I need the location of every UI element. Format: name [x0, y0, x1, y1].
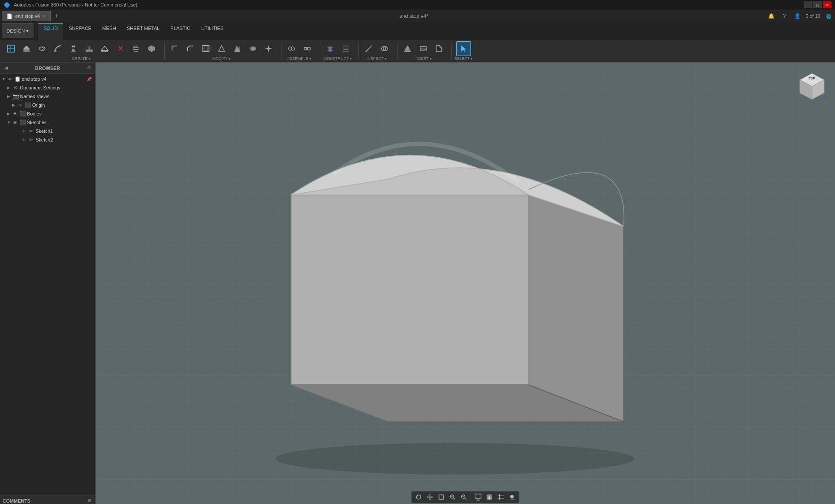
pan-tool-button[interactable] — [425, 492, 435, 502]
extrude-tool[interactable] — [19, 41, 34, 56]
eye-icon-bodies[interactable]: 👁 — [12, 111, 18, 117]
notifications-button[interactable]: 🔔 — [766, 11, 776, 21]
bodies-icon: ⬛ — [19, 110, 26, 117]
tab-surface[interactable]: SURFACE — [63, 23, 96, 40]
user-profile-button[interactable]: 👤 — [792, 11, 802, 21]
fillet-tool[interactable] — [167, 41, 182, 56]
delete-face-tool[interactable]: ✕ — [113, 41, 128, 56]
svg-marker-19 — [219, 46, 225, 52]
eye-icon-origin[interactable]: 👁 — [17, 102, 23, 108]
select-tool[interactable] — [456, 41, 471, 56]
inspect-icons — [361, 41, 392, 56]
close-button[interactable]: ✕ — [823, 1, 832, 8]
pin-icon-root[interactable]: 📌 — [86, 76, 93, 82]
svg-line-41 — [366, 50, 367, 52]
browser-settings-button[interactable]: ⚙ — [86, 65, 93, 72]
midplane-tool[interactable] — [338, 41, 353, 56]
create-icons: ✕ — [3, 41, 159, 56]
scale-tool[interactable] — [230, 41, 245, 56]
eye-icon-sketch1[interactable]: 👁 — [21, 128, 27, 134]
assemble-group: ASSEMBLE ▾ — [284, 41, 315, 61]
new-component-tool[interactable] — [3, 41, 18, 56]
shape-right-face — [529, 190, 624, 422]
tree-item-sketch1[interactable]: 👁 ✏ Sketch1 — [0, 127, 95, 135]
cube-navigator[interactable]: TOP — [796, 71, 826, 102]
tree-item-sketch2[interactable]: 👁 ✏ Sketch2 — [0, 135, 95, 144]
move-tool[interactable] — [261, 41, 276, 56]
comments-settings-button[interactable]: ⚙ — [86, 497, 93, 504]
svg-rect-32 — [304, 47, 307, 50]
sweep-tool[interactable] — [50, 41, 65, 56]
sep4 — [320, 43, 320, 59]
box-tool[interactable] — [144, 41, 159, 56]
doc-settings-icon: ⚙ — [12, 84, 19, 91]
tab-sheet-metal[interactable]: SHEET METAL — [122, 23, 165, 40]
browser-collapse-button[interactable]: ◀ — [3, 65, 10, 72]
tree-item-bodies[interactable]: ▶ 👁 ⬛ Bodies — [0, 109, 95, 118]
tree-item-named-views[interactable]: ▶ 📷 Named Views — [0, 92, 95, 101]
shell-tool[interactable] — [199, 41, 213, 56]
draft-tool[interactable] — [214, 41, 229, 56]
zoom-in-out-button[interactable] — [459, 492, 469, 502]
measure-tool[interactable] — [361, 41, 376, 56]
zoom-window-button[interactable] — [447, 492, 458, 502]
insert-mesh-tool[interactable] — [400, 41, 415, 56]
app-icon: 🔷 — [3, 2, 10, 8]
loft-tool[interactable] — [66, 41, 81, 56]
orbit-tool-button[interactable] — [414, 492, 424, 502]
tab-plastic[interactable]: PLASTIC — [165, 23, 195, 40]
shadows-button[interactable] — [507, 492, 517, 502]
rib-tool[interactable] — [82, 41, 96, 56]
thread-tool[interactable] — [129, 41, 143, 56]
browser-title: BROWSER — [35, 66, 60, 71]
offset-plane-tool[interactable] — [323, 41, 338, 56]
eye-icon-sketches[interactable]: 👁 — [12, 119, 18, 125]
sketch2-icon: ✏ — [28, 136, 35, 143]
display-settings-button[interactable] — [473, 492, 484, 502]
chamfer-tool[interactable] — [183, 41, 198, 56]
tree-item-sketches[interactable]: ▼ 👁 ⬛ Sketches — [0, 118, 95, 127]
viewport[interactable]: TOP — [96, 63, 835, 504]
web-tool[interactable] — [97, 41, 112, 56]
revolve-tool[interactable] — [35, 41, 50, 56]
tree-item-root[interactable]: ▼ 👁 📋 end stop v4 📌 — [0, 75, 95, 83]
tab-mesh[interactable]: MESH — [97, 23, 121, 40]
interference-tool[interactable] — [377, 41, 392, 56]
zoom-fit-button[interactable] — [436, 492, 447, 502]
svg-rect-9 — [86, 49, 93, 52]
assemble-icons — [284, 41, 315, 56]
tree-label-sketches: Sketches — [27, 120, 93, 125]
combine-tool[interactable] — [245, 41, 260, 56]
svg-marker-7 — [71, 49, 76, 52]
minimize-button[interactable]: ─ — [804, 1, 812, 8]
tab-end-stop-v4[interactable]: 📄 end stop v4 ✕ — [2, 11, 51, 21]
browser-tree: ▼ 👁 📋 end stop v4 📌 ▶ ⚙ Document Setting… — [0, 74, 95, 495]
insert-dxf-tool[interactable] — [431, 41, 446, 56]
help-button[interactable]: ? — [779, 11, 789, 21]
tab-solid[interactable]: SOLID — [38, 23, 63, 40]
tab-utilities[interactable]: UTILITIES — [196, 23, 229, 40]
comments-panel: COMMENTS ⚙ — [0, 495, 96, 504]
tree-item-doc-settings[interactable]: ▶ ⚙ Document Settings — [0, 83, 95, 92]
eye-icon-root[interactable]: 👁 — [7, 76, 13, 82]
visual-style-button[interactable] — [484, 492, 495, 502]
svg-marker-64 — [429, 499, 431, 500]
title-bar: 🔷 Autodesk Fusion 360 (Personal - Not fo… — [0, 0, 835, 10]
3d-shape[interactable] — [96, 63, 835, 504]
tab-close-icon[interactable]: ✕ — [43, 14, 46, 19]
tree-label-origin: Origin — [32, 102, 93, 108]
select-group: SELECT ▾ — [454, 41, 473, 61]
maximize-button[interactable]: □ — [813, 1, 822, 8]
eye-icon-sketch2[interactable]: 👁 — [21, 137, 27, 143]
design-dropdown[interactable]: DESIGN ▾ — [2, 23, 33, 38]
sketch1-icon: ✏ — [28, 128, 35, 135]
svg-line-58 — [824, 93, 826, 95]
online-status[interactable]: 🌐 — [824, 11, 833, 21]
joint-tool[interactable] — [284, 41, 299, 56]
modify-label: MODIFY ▾ — [212, 56, 231, 61]
grid-toggle-button[interactable] — [496, 492, 506, 502]
tree-item-origin[interactable]: ▶ 👁 ⬛ Origin — [0, 101, 95, 109]
insert-svg-tool[interactable]: SVG — [416, 41, 431, 56]
rigid-group-tool[interactable] — [300, 41, 315, 56]
add-tab-button[interactable]: + — [52, 11, 61, 21]
